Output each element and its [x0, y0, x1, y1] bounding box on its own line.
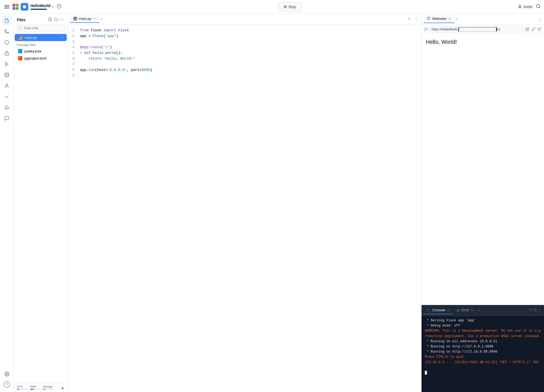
svg-point-3: [536, 4, 540, 8]
url-highlight: ████████████████: [458, 27, 497, 32]
console-line-1: * Serving Flask app 'app': [425, 318, 541, 323]
svg-point-2: [519, 5, 520, 7]
topbar-left: HelloWorld ▾: [3, 3, 63, 11]
console-add-tab[interactable]: +: [477, 307, 481, 314]
sidebar-bottom: ?: [2, 369, 12, 390]
code-line-1: from flask import Flask: [80, 28, 418, 33]
file-item-pyproject-toml[interactable]: pyproject.toml: [15, 55, 67, 62]
link-icon[interactable]: [531, 27, 536, 32]
code-line-6: return 'Hello, World!': [80, 56, 418, 62]
webview-more-icon[interactable]: ⋮: [538, 17, 542, 21]
help-button[interactable]: ?: [4, 381, 10, 388]
file-name-main-py: main.py: [24, 36, 57, 40]
cpu-fill: [17, 389, 19, 390]
console-content[interactable]: * Serving Flask app 'app' * Debug mode: …: [422, 316, 544, 392]
sidebar-item-notifications[interactable]: [2, 103, 12, 113]
sidebar-item-checkmark[interactable]: [2, 92, 12, 102]
sidebar-item-files[interactable]: [2, 16, 12, 26]
webview-add-tab[interactable]: +: [455, 16, 459, 22]
sidebar-item-secrets[interactable]: [2, 48, 12, 58]
stop-button[interactable]: Stop: [278, 2, 302, 11]
new-file-icon[interactable]: [48, 17, 53, 23]
editor-tabs: main.py ✕ + ⋮: [68, 14, 421, 24]
sidebar-item-git[interactable]: [2, 27, 12, 36]
webview-area: Webview ✕ + ⋮ https://HelloWorld.███████…: [422, 14, 544, 305]
edit-icon[interactable]: [525, 27, 530, 32]
shell-tab-close[interactable]: ✕: [471, 308, 473, 312]
new-folder-icon[interactable]: [54, 17, 59, 23]
storage-label: Storage: [43, 385, 54, 388]
webview-toolbar-right: ⋮: [538, 17, 542, 21]
collapse-button[interactable]: ▲: [61, 385, 64, 390]
resources-bar: CPU RAM Storage ▲: [14, 383, 68, 392]
tab-close-icon[interactable]: ✕: [93, 17, 96, 21]
console-more-icon[interactable]: ⋮: [538, 308, 542, 313]
cpu-label: CPU: [17, 385, 28, 388]
file-item-poetry-lock[interactable]: poetry.lock: [15, 48, 67, 55]
search-icon[interactable]: [536, 4, 541, 10]
editor-content[interactable]: 1 2 3 4 5 6 7 8 9 from flask import Flas…: [68, 24, 421, 392]
ram-label: RAM: [30, 385, 41, 388]
hello-world-display: Hello, World!: [426, 39, 540, 45]
external-link-icon[interactable]: [537, 27, 542, 32]
file-name-pyproject-toml: pyproject.toml: [24, 56, 63, 60]
poetry-file-icon: [18, 49, 22, 53]
webview-tabs: Webview ✕ + ⋮: [422, 14, 544, 24]
svg-point-9: [5, 73, 9, 74]
project-chevron-icon[interactable]: ▾: [52, 5, 53, 9]
ram-bar: [30, 389, 41, 390]
storage-resource: Storage: [43, 385, 54, 390]
editor-list-view-icon[interactable]: [406, 15, 412, 22]
svg-rect-22: [428, 17, 430, 20]
svg-line-23: [539, 27, 541, 29]
files-title: Files: [17, 18, 26, 22]
svg-line-25: [531, 311, 532, 311]
webview-tab-close[interactable]: ✕: [448, 17, 451, 21]
code-line-8: app.run(host='0.0.0.0', port=8080): [80, 67, 418, 73]
code-line-3: [80, 39, 418, 45]
invite-label: Invite: [524, 5, 533, 9]
sidebar-item-database[interactable]: [2, 70, 12, 80]
menu-button[interactable]: [3, 4, 10, 10]
console-line-6: * Running on http://172.18.0.88:8080: [425, 349, 541, 354]
code-line-7: [80, 62, 418, 67]
webview-content: Hello, World!: [422, 35, 544, 305]
sidebar-item-run[interactable]: [2, 59, 12, 69]
history-icon[interactable]: [56, 3, 63, 11]
sidebar-item-chat[interactable]: [2, 114, 12, 123]
editor-tab-main-py[interactable]: main.py ✕: [70, 15, 99, 23]
sidebar-item-user[interactable]: [2, 81, 12, 91]
webview-actions: [525, 27, 542, 32]
url-bar[interactable]: https://HelloWorld.████████████████co: [429, 26, 523, 33]
console-area: >_ Console ✕ ◎ Shell ✕ + ⋮: [422, 305, 544, 392]
tab-file-icon: [73, 17, 77, 21]
console-trash-icon[interactable]: [533, 308, 537, 313]
console-tab-console[interactable]: >_ Console ✕: [424, 306, 453, 314]
webview-icon: [427, 17, 431, 21]
console-tab-shell[interactable]: ◎ Shell ✕: [453, 306, 477, 314]
webview-tab[interactable]: Webview ✕: [424, 15, 454, 23]
file-search-input[interactable]: [16, 25, 65, 32]
console-search-icon[interactable]: [529, 308, 532, 313]
svg-rect-7: [5, 53, 9, 55]
file-more-icon[interactable]: ⋯: [60, 35, 63, 40]
file-item-main-py[interactable]: main.py ⋯: [15, 34, 67, 41]
sidebar-item-packages[interactable]: [2, 38, 12, 47]
add-tab-button[interactable]: +: [100, 16, 104, 22]
svg-point-6: [5, 30, 6, 31]
topbar-right: Invite: [518, 4, 541, 10]
topbar: HelloWorld ▾ Stop Invite: [0, 0, 544, 14]
invite-button[interactable]: Invite: [518, 5, 533, 9]
url-suffix: co: [497, 27, 500, 31]
file-name-poetry-lock: poetry.lock: [24, 49, 63, 53]
editor-more-icon[interactable]: ⋮: [413, 15, 419, 22]
refresh-button[interactable]: [424, 27, 428, 32]
code-line-9: [80, 73, 418, 79]
right-panel: Webview ✕ + ⋮ https://HelloWorld.███████…: [422, 14, 544, 392]
more-options-icon[interactable]: ⋯: [60, 17, 64, 23]
sidebar-item-settings[interactable]: [2, 369, 12, 379]
code-editor: 1 2 3 4 5 6 7 8 9 from flask import Flas…: [68, 24, 421, 82]
search-icon: [19, 26, 22, 30]
storage-bar: [43, 389, 54, 390]
console-tab-close[interactable]: ✕: [447, 308, 450, 312]
